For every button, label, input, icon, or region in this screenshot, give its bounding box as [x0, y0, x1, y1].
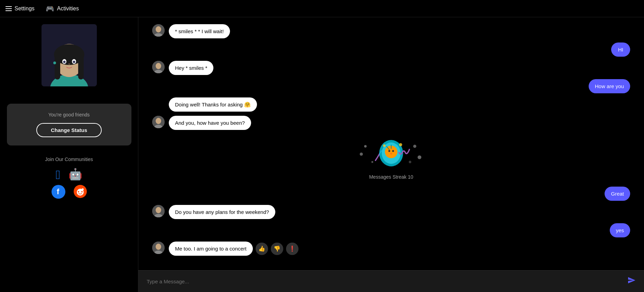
- chat-input-bar: [138, 270, 644, 292]
- svg-point-32: [364, 145, 367, 148]
- other-avatar: [152, 24, 165, 37]
- thumbs-down-button[interactable]: 👎: [271, 243, 283, 255]
- chat-input[interactable]: [147, 279, 623, 284]
- send-button[interactable]: [627, 276, 636, 286]
- streak-label: Messages Streak 10: [369, 174, 413, 180]
- chat-messages: * smiles * * I will wait! HI Hey * smile…: [138, 17, 644, 270]
- svg-point-41: [392, 150, 394, 152]
- activities-menu[interactable]: 🎮 Activities: [46, 4, 79, 13]
- svg-rect-5: [55, 55, 60, 79]
- friend-status-card: You're good friends Change Status: [7, 104, 131, 145]
- reddit-icon[interactable]: 🤖: [68, 168, 82, 182]
- message-bubble: Great: [605, 187, 630, 201]
- svg-rect-6: [78, 55, 84, 79]
- facebook-icon[interactable]: : [56, 168, 60, 182]
- message-bubble: HI: [611, 43, 630, 57]
- hamburger-icon: [6, 6, 12, 11]
- communities-label: Join Our Communities: [45, 157, 93, 162]
- svg-point-18: [82, 188, 84, 190]
- message-row: Great: [152, 187, 630, 201]
- svg-point-11: [53, 62, 56, 64]
- thumbs-up-button[interactable]: 👍: [256, 243, 268, 255]
- streak-area: Messages Streak 10: [152, 134, 630, 182]
- send-icon: [627, 276, 636, 284]
- svg-point-35: [409, 161, 411, 163]
- svg-point-40: [388, 150, 390, 152]
- svg-point-22: [156, 26, 161, 32]
- message-bubble: * smiles * * I will wait!: [169, 24, 230, 38]
- streak-visual: [357, 137, 426, 171]
- message-row: Doing well! Thanks for asking 🤗: [152, 97, 630, 112]
- svg-point-10: [73, 61, 75, 63]
- svg-point-33: [413, 145, 416, 148]
- other-avatar: [152, 116, 165, 128]
- svg-point-34: [417, 156, 421, 159]
- avatar: [42, 24, 97, 86]
- settings-menu[interactable]: Settings: [6, 6, 35, 12]
- svg-point-20: [79, 189, 81, 191]
- svg-point-25: [156, 63, 161, 69]
- svg-point-17: [81, 191, 83, 192]
- svg-point-31: [360, 152, 363, 156]
- message-bubble: Me too. I am going to a concert: [169, 242, 253, 256]
- streak-svg: [357, 135, 426, 173]
- message-bubble: Doing well! Thanks for asking 🤗: [169, 97, 257, 112]
- svg-text:f: f: [57, 187, 59, 196]
- other-avatar: [152, 205, 165, 217]
- gamepad-icon: 🎮: [46, 4, 54, 13]
- message-group: Doing well! Thanks for asking 🤗: [169, 97, 257, 112]
- message-bubble: Do you have any plans for the weekend?: [169, 205, 275, 219]
- exclaim-button[interactable]: ❗: [286, 243, 298, 255]
- message-row: yes: [152, 223, 630, 237]
- avatar-image: [42, 24, 97, 86]
- change-status-button[interactable]: Change Status: [36, 123, 102, 137]
- settings-label: Settings: [15, 6, 35, 12]
- community-icons:  🤖: [45, 168, 93, 182]
- message-bubble: Hey * smiles *: [169, 61, 213, 75]
- topbar: Settings 🎮 Activities: [0, 0, 644, 17]
- message-row: HI: [152, 43, 630, 57]
- community-icons-visual: f: [45, 185, 93, 199]
- other-avatar: [152, 61, 165, 73]
- sidebar: You're good friends Change Status Join O…: [0, 17, 138, 292]
- reaction-row: Me too. I am going to a concert 👍 👎 ❗: [169, 242, 298, 256]
- message-row: Hey * smiles *: [152, 61, 630, 75]
- activities-label: Activities: [57, 6, 79, 12]
- message-row: * smiles * * I will wait!: [152, 24, 630, 38]
- main-layout: You're good friends Change Status Join O…: [0, 17, 644, 292]
- message-row: How are you: [152, 79, 630, 93]
- svg-point-45: [156, 207, 161, 213]
- communities-section: Join Our Communities  🤖 f: [45, 157, 93, 199]
- svg-point-48: [156, 244, 161, 250]
- svg-point-16: [78, 191, 79, 192]
- message-row: And you, how have you been?: [152, 116, 630, 130]
- other-avatar: [152, 242, 165, 254]
- message-bubble: How are you: [589, 79, 630, 93]
- reddit-svg[interactable]: [74, 185, 87, 198]
- svg-point-36: [371, 161, 373, 163]
- svg-point-29: [156, 118, 161, 124]
- svg-point-43: [399, 143, 402, 146]
- message-row: Do you have any plans for the weekend?: [152, 205, 630, 219]
- svg-point-9: [63, 61, 65, 63]
- message-bubble: And you, how have you been?: [169, 116, 251, 130]
- message-bubble: yes: [610, 223, 630, 237]
- message-row: Me too. I am going to a concert 👍 👎 ❗: [152, 242, 630, 256]
- chat-area: * smiles * * I will wait! HI Hey * smile…: [138, 17, 644, 292]
- friend-status-text: You're good friends: [18, 112, 120, 117]
- facebook-svg[interactable]: f: [52, 185, 65, 199]
- svg-point-42: [383, 144, 385, 147]
